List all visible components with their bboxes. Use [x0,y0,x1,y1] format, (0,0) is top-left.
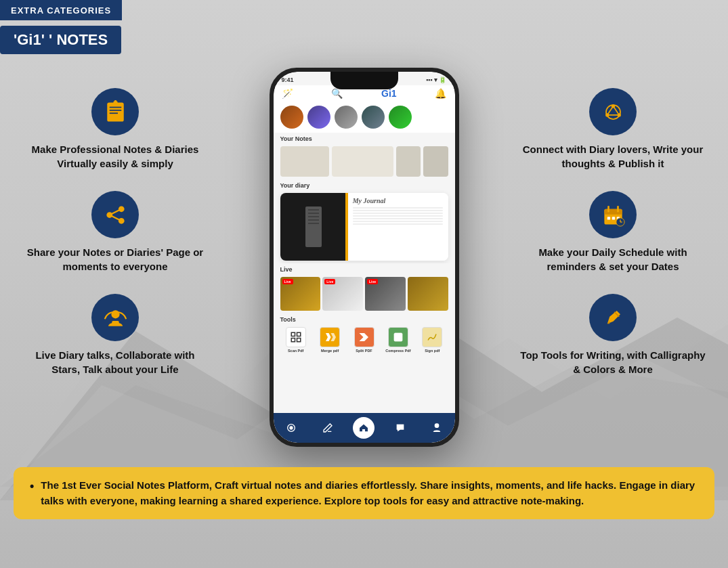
live-badge-3: Live [367,279,378,284]
top-banner-text: EXTRA CATEGORIES [11,5,111,16]
diary-right: My Journal [347,193,448,261]
diary-journal-title: My Journal [353,197,443,204]
feature-share-text: Share your Notes or Diaries' Page or mom… [20,245,210,274]
svg-rect-15 [291,332,295,336]
svg-rect-14 [112,320,119,325]
nav-person[interactable] [426,417,448,439]
live-4 [408,277,448,311]
tool-compress: Compress Pdf [383,327,414,353]
svg-rect-37 [612,217,614,219]
search-icon: 🔍 [331,88,343,99]
your-diary-label: Your diary [274,179,455,190]
nav-radio[interactable] [280,417,302,439]
feature-schedule-text: Make your Daily Schedule with reminders … [518,245,708,274]
share-icon-circle [91,191,139,238]
diary-line-7 [353,223,443,225]
tools-writing-icon [601,306,625,330]
tool-sign: Sign pdf [416,327,448,353]
story-3 [335,106,358,129]
note-3 [396,146,421,177]
diary-card: My Journal [280,193,448,261]
diary-section: My Journal [274,190,455,263]
diary-line-2 [353,210,443,211]
feature-live-text: Live Diary talks, Collaborate with Stars… [20,348,210,376]
magic-wand-icon: 🪄 [282,88,293,99]
merge-icon [320,327,340,347]
svg-line-11 [109,209,121,215]
svg-point-24 [434,423,439,428]
story-1 [280,106,303,129]
live-grid: Live Live Live [280,277,448,311]
tool-split: Split PDF [348,327,379,353]
diary-line-6 [353,221,443,222]
phone-frame: 9:41 ▪▪▪ ▾ 🔋 🪄 🔍 Gi1 🔔 [270,68,459,447]
live-3: Live [365,277,406,311]
live-label: Live [274,263,455,274]
compress-label: Compress Pdf [385,349,410,353]
feature-schedule: Make your Daily Schedule with reminders … [518,191,708,274]
feature-connect-text: Connect with Diary lovers, Write your th… [518,142,708,171]
story-2 [307,106,330,129]
live-badge-1: Live [282,279,293,284]
sign-icon [422,327,442,347]
feature-connect: Connect with Diary lovers, Write your th… [518,88,708,171]
feature-tools: Top Tools for Writing, with Calligraphy … [518,294,708,376]
note-2 [332,146,393,177]
feature-notes-text: Make Professional Notes & Diaries Virtua… [20,142,210,171]
svg-rect-17 [291,338,295,342]
main-content: Make Professional Notes & Diaries Virtua… [0,54,728,460]
tools-grid: Scan Pdf Merge pdf [280,327,448,353]
phone-screen: 9:41 ▪▪▪ ▾ 🔋 🪄 🔍 Gi1 🔔 [274,72,455,443]
feature-share: Share your Notes or Diaries' Page or mom… [20,191,210,274]
live-section: Live Live Live [274,274,455,313]
phone-time: 9:41 [282,77,294,83]
live-icon [104,306,127,330]
phone-center: 9:41 ▪▪▪ ▾ 🔋 🪄 🔍 Gi1 🔔 [210,68,518,447]
title-text: 'Gi1' ' NOTES [14,31,108,48]
schedule-icon-circle [589,191,637,238]
nav-chat[interactable] [389,417,411,439]
story-4 [362,106,385,129]
svg-point-22 [290,426,293,429]
bullet-dot: • [30,479,34,494]
feature-live: Live Diary talks, Collaborate with Stars… [20,294,210,376]
diary-line-3 [353,213,443,214]
feature-notes: Make Professional Notes & Diaries Virtua… [20,88,210,171]
svg-rect-16 [297,332,300,336]
bell-icon: 🔔 [435,88,446,99]
story-5 [389,106,412,129]
sign-label: Sign pdf [425,349,440,353]
connect-icon [601,100,625,124]
live-2: Live [322,277,363,311]
your-notes-label: Your Notes [274,133,455,144]
svg-line-12 [109,215,121,221]
svg-rect-2 [107,102,124,121]
top-banner: EXTRA CATEGORIES [0,0,122,20]
cta-bullet-row: • The 1st Ever Social Notes Platform, Cr… [30,478,698,508]
tool-scan: Scan Pdf [280,327,312,353]
right-features: Connect with Diary lovers, Write your th… [518,68,708,376]
live-1: Live [280,277,321,311]
title-section: 'Gi1' ' NOTES [0,26,121,54]
svg-rect-18 [297,338,300,342]
nav-edit[interactable] [317,417,339,439]
note-4 [423,146,448,177]
live-icon-circle [91,294,139,341]
diary-lines [353,207,443,225]
share-icon [104,203,127,227]
scan-label: Scan Pdf [288,349,304,353]
note-1 [280,146,330,177]
phone-bottom-nav [274,413,455,443]
nav-home[interactable] [353,417,374,439]
tools-label: Tools [274,313,455,324]
diary-line-4 [353,215,443,217]
connect-icon-circle [589,88,637,135]
svg-rect-33 [604,209,622,214]
notes-icon [104,100,127,124]
split-icon [354,327,374,347]
tools-section: Scan Pdf Merge pdf [274,324,455,355]
tools-icon-circle [589,294,637,341]
bottom-cta: • The 1st Ever Social Notes Platform, Cr… [14,467,714,519]
merge-label: Merge pdf [321,349,339,353]
diary-dark-side [280,193,347,261]
